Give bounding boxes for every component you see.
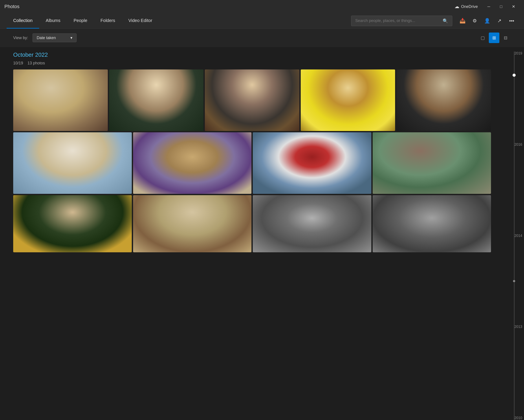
photo-item[interactable] bbox=[133, 132, 252, 194]
view-by-label: View by: bbox=[13, 36, 28, 40]
nav-collection[interactable]: Collection bbox=[7, 13, 39, 29]
photo-person-icon bbox=[301, 69, 395, 131]
section-date: October 2022 bbox=[13, 51, 491, 58]
photo-person-icon bbox=[133, 195, 252, 252]
toolbar: View by: Date taken ▾ ▢ ⊞ ⊟ bbox=[0, 29, 524, 47]
view-by-select[interactable]: Date taken ▾ bbox=[33, 34, 77, 42]
maximize-icon: □ bbox=[500, 4, 502, 9]
search-icon: 🔍 bbox=[443, 18, 448, 24]
timeline-year-2014: 2014 bbox=[514, 234, 522, 238]
photo-item[interactable] bbox=[13, 69, 108, 131]
timeline-year-2016: 2016 bbox=[514, 143, 522, 147]
share-icon: ↗ bbox=[497, 18, 501, 24]
nav-collection-label: Collection bbox=[13, 18, 33, 23]
search-bar[interactable]: 🔍 bbox=[351, 16, 452, 26]
nav-actions: 📥 ⚙ 👤 ↗ ••• bbox=[457, 15, 517, 27]
section-photo-count: 13 photos bbox=[27, 61, 45, 65]
minimize-icon: ─ bbox=[488, 4, 490, 9]
nav-bar: Collection Albums People Folders Video E… bbox=[0, 13, 524, 29]
photo-item[interactable] bbox=[13, 195, 132, 252]
photo-item[interactable] bbox=[373, 132, 491, 194]
main-content: October 2022 10/19 13 photos bbox=[0, 47, 524, 420]
section-sub-date: 10/19 bbox=[13, 61, 23, 65]
section-sub: 10/19 13 photos bbox=[13, 61, 491, 66]
view-compact-icon: ⊟ bbox=[504, 35, 507, 41]
view-grid-button[interactable]: ⊞ bbox=[489, 33, 499, 43]
timeline: 2019 2016 2014 2013 2010 bbox=[504, 47, 524, 420]
photo-item[interactable] bbox=[205, 69, 299, 131]
photo-row-2 bbox=[13, 132, 491, 194]
import-button[interactable]: 📥 bbox=[457, 15, 468, 27]
search-input[interactable] bbox=[355, 18, 440, 23]
onedrive-button[interactable]: ☁ OneDrive bbox=[451, 2, 481, 11]
photo-person-icon bbox=[13, 195, 132, 252]
photo-person-icon bbox=[13, 132, 132, 194]
filter-button[interactable]: ⚙ bbox=[469, 15, 480, 27]
view-grid-icon: ⊞ bbox=[492, 35, 496, 41]
photo-person-icon bbox=[109, 69, 204, 131]
minimize-button[interactable]: ─ bbox=[483, 2, 495, 11]
nav-albums[interactable]: Albums bbox=[39, 13, 67, 29]
nav-video-editor-label: Video Editor bbox=[129, 18, 152, 23]
title-bar-left: Photos bbox=[4, 4, 20, 9]
photo-row-1 bbox=[13, 69, 491, 131]
photo-item[interactable] bbox=[109, 69, 204, 131]
filter-icon: ⚙ bbox=[472, 18, 477, 24]
photos-area: October 2022 10/19 13 photos bbox=[0, 47, 504, 420]
timeline-year-2019: 2019 bbox=[514, 51, 522, 55]
window-controls: ─ □ ✕ bbox=[483, 2, 520, 11]
view-toggle: ▢ ⊞ ⊟ bbox=[477, 33, 511, 43]
view-single-icon: ▢ bbox=[481, 35, 485, 41]
timeline-year-2013: 2013 bbox=[514, 325, 522, 329]
view-compact-button[interactable]: ⊟ bbox=[500, 33, 511, 43]
photo-person-icon bbox=[133, 132, 252, 194]
onedrive-icon: ☁ bbox=[454, 4, 459, 9]
photo-row-3 bbox=[13, 195, 491, 252]
view-by-value: Date taken bbox=[37, 36, 56, 40]
close-icon: ✕ bbox=[512, 4, 515, 9]
people-face-button[interactable]: 👤 bbox=[481, 15, 493, 27]
photo-item[interactable] bbox=[133, 195, 252, 252]
photo-item[interactable] bbox=[396, 69, 491, 131]
chevron-down-icon: ▾ bbox=[70, 35, 72, 40]
maximize-button[interactable]: □ bbox=[495, 2, 507, 11]
app-title: Photos bbox=[4, 4, 20, 9]
photo-person-icon bbox=[253, 132, 371, 194]
photo-item[interactable] bbox=[13, 132, 132, 194]
nav-video-editor[interactable]: Video Editor bbox=[122, 13, 159, 29]
photo-item[interactable] bbox=[301, 69, 395, 131]
nav-folders-label: Folders bbox=[101, 18, 115, 23]
import-icon: 📥 bbox=[460, 18, 465, 24]
title-bar: Photos ☁ OneDrive ─ □ ✕ bbox=[0, 0, 524, 13]
photo-person-icon bbox=[205, 69, 299, 131]
more-button[interactable]: ••• bbox=[506, 15, 517, 27]
nav-albums-label: Albums bbox=[46, 18, 61, 23]
photo-item[interactable] bbox=[253, 132, 371, 194]
photo-person-icon bbox=[396, 69, 491, 131]
share-button[interactable]: ↗ bbox=[494, 15, 505, 27]
nav-people[interactable]: People bbox=[67, 13, 94, 29]
photo-person-icon bbox=[13, 69, 108, 131]
people-face-icon: 👤 bbox=[484, 18, 490, 24]
nav-folders[interactable]: Folders bbox=[94, 13, 122, 29]
timeline-year-2010: 2010 bbox=[514, 416, 522, 420]
photo-person-icon bbox=[373, 195, 491, 252]
title-bar-right: ☁ OneDrive ─ □ ✕ bbox=[451, 2, 520, 11]
close-button[interactable]: ✕ bbox=[507, 2, 520, 11]
photo-person-icon bbox=[373, 132, 491, 194]
timeline-labels: 2019 2016 2014 2013 2010 bbox=[514, 51, 522, 420]
photo-item[interactable] bbox=[373, 195, 491, 252]
onedrive-label: OneDrive bbox=[461, 4, 478, 9]
nav-people-label: People bbox=[74, 18, 87, 23]
more-icon: ••• bbox=[509, 18, 514, 24]
photo-person-icon bbox=[253, 195, 371, 252]
photo-item[interactable] bbox=[253, 195, 371, 252]
view-single-button[interactable]: ▢ bbox=[477, 33, 488, 43]
